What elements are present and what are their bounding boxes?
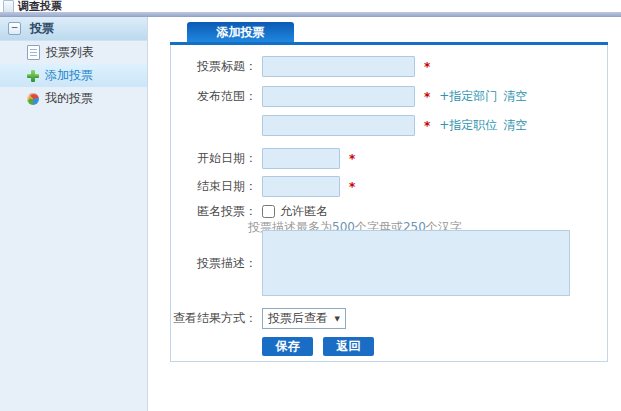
allow-anonymous-label: 允许匿名: [280, 203, 328, 220]
required-asterisk: *: [349, 152, 355, 166]
tab-add-vote[interactable]: 添加投票: [187, 22, 294, 42]
publish-scope-position-row: * +指定职位 清空: [171, 115, 527, 136]
back-button[interactable]: 返回: [323, 337, 374, 356]
result-view-select[interactable]: 投票后查看 ▼: [262, 308, 346, 329]
survey-vote-page: 调查投票 − 投票 投票列表 添加投票 我的投票 添加投票 投票标题：: [0, 0, 621, 411]
window-header: 调查投票: [0, 0, 621, 12]
vote-description-textarea[interactable]: [262, 230, 570, 296]
add-vote-panel: 添加投票 投票标题： * 发布范围： * +指定部门 清空: [170, 22, 608, 362]
main-content: 添加投票 投票标题： * 发布范围： * +指定部门 清空: [149, 17, 621, 411]
publish-scope-row: 发布范围： * +指定部门 清空: [171, 86, 527, 107]
sidebar-section-vote[interactable]: − 投票: [0, 17, 147, 41]
anonymous-checkbox[interactable]: [262, 205, 275, 218]
publish-scope-label: 发布范围：: [171, 88, 257, 105]
specify-department-link[interactable]: +指定部门: [439, 88, 497, 105]
form-buttons: 保存 返回: [262, 337, 374, 356]
start-date-row: 开始日期： *: [171, 148, 355, 169]
anonymous-vote-label: 匿名投票：: [171, 203, 257, 220]
sidebar-item-label: 投票列表: [46, 44, 94, 61]
end-date-label: 结束日期：: [171, 178, 257, 195]
vote-description-label: 投票描述：: [171, 230, 257, 296]
vote-title-label: 投票标题：: [171, 58, 257, 75]
chevron-down-icon: ▼: [335, 315, 340, 323]
required-asterisk: *: [424, 60, 430, 74]
result-view-selected-option: 投票后查看: [268, 310, 328, 327]
required-asterisk: *: [349, 180, 355, 194]
plus-icon: [27, 70, 39, 82]
publish-scope-department-input[interactable]: [262, 86, 415, 107]
clear-position-link[interactable]: 清空: [503, 117, 527, 134]
end-date-row: 结束日期： *: [171, 176, 355, 197]
page-icon: [3, 0, 14, 13]
sidebar-item-label: 添加投票: [45, 67, 93, 84]
result-view-label: 查看结果方式：: [171, 310, 257, 327]
anonymous-vote-row: 匿名投票： 允许匿名: [171, 203, 328, 220]
vote-title-row: 投票标题： *: [171, 56, 430, 77]
sidebar-item-vote-list[interactable]: 投票列表: [0, 41, 147, 64]
end-date-input[interactable]: [262, 176, 340, 197]
globe-icon: [27, 93, 39, 105]
document-icon: [27, 45, 40, 60]
sidebar: − 投票 投票列表 添加投票 我的投票: [0, 17, 148, 411]
sidebar-item-label: 我的投票: [45, 90, 93, 107]
vote-title-input[interactable]: [262, 56, 415, 77]
specify-position-link[interactable]: +指定职位: [439, 117, 497, 134]
sidebar-section-label: 投票: [30, 20, 54, 37]
clear-department-link[interactable]: 清空: [503, 88, 527, 105]
publish-scope-position-input[interactable]: [262, 115, 415, 136]
start-date-input[interactable]: [262, 148, 340, 169]
start-date-label: 开始日期：: [171, 150, 257, 167]
sidebar-item-add-vote[interactable]: 添加投票: [0, 64, 147, 87]
required-asterisk: *: [424, 119, 430, 133]
required-asterisk: *: [424, 90, 430, 104]
result-view-row: 查看结果方式： 投票后查看 ▼: [171, 308, 346, 329]
collapse-icon[interactable]: −: [8, 22, 21, 35]
save-button[interactable]: 保存: [262, 337, 313, 356]
sidebar-item-my-votes[interactable]: 我的投票: [0, 87, 147, 110]
add-vote-form: 投票标题： * 发布范围： * +指定部门 清空 * +指定职位 清空: [170, 45, 608, 362]
